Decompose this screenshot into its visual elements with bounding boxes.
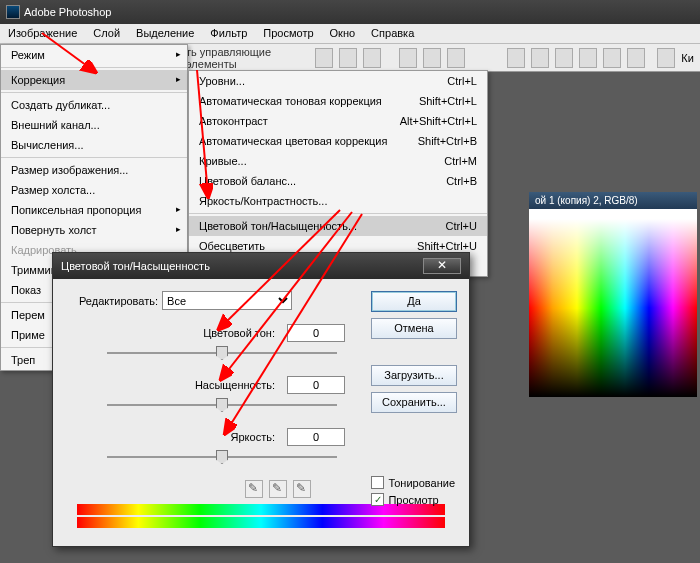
menu-help[interactable]: Справка <box>363 24 422 43</box>
slider-thumb[interactable] <box>216 450 228 464</box>
align-button[interactable] <box>399 48 417 68</box>
distribute-button[interactable] <box>627 48 645 68</box>
menu-item[interactable]: Попиксельная пропорция <box>1 200 187 220</box>
menu-item[interactable]: Размер холста... <box>1 180 187 200</box>
align-button[interactable] <box>423 48 441 68</box>
menu-item[interactable]: Повернуть холст <box>1 220 187 240</box>
submenu-item[interactable]: Автоматическая цветовая коррекцияShift+C… <box>189 131 487 151</box>
slider-label: Яркость: <box>231 431 275 443</box>
slider-track[interactable] <box>107 450 337 464</box>
menu-layer[interactable]: Слой <box>85 24 128 43</box>
slider-label: Насыщенность: <box>195 379 275 391</box>
submenu-item[interactable]: АвтоконтрастAlt+Shift+Ctrl+L <box>189 111 487 131</box>
menu-item[interactable]: Вычисления... <box>1 135 187 155</box>
palette-button[interactable] <box>657 48 675 68</box>
slider-track[interactable] <box>107 398 337 412</box>
options-trailing: Ки <box>681 52 694 64</box>
menu-bar: Изображение Слой Выделение Фильтр Просмо… <box>0 24 700 44</box>
correction-submenu-dropdown: Уровни...Ctrl+LАвтоматическая тоновая ко… <box>188 70 488 277</box>
slider-thumb[interactable] <box>216 398 228 412</box>
preview-checkbox[interactable]: ✓ <box>371 493 384 506</box>
menu-item[interactable]: Размер изображения... <box>1 160 187 180</box>
document-canvas <box>529 209 697 397</box>
distribute-button[interactable] <box>531 48 549 68</box>
close-icon[interactable]: ✕ <box>423 258 461 274</box>
submenu-item[interactable]: Цветовой баланс...Ctrl+B <box>189 171 487 191</box>
align-button[interactable] <box>363 48 381 68</box>
edit-select[interactable]: Все <box>162 291 292 310</box>
cancel-button[interactable]: Отмена <box>371 318 457 339</box>
menu-view[interactable]: Просмотр <box>255 24 321 43</box>
menu-window[interactable]: Окно <box>322 24 364 43</box>
submenu-item[interactable]: Яркость/Контрастность... <box>189 191 487 211</box>
edit-label: Редактировать: <box>79 295 158 307</box>
hue-strip-bottom <box>77 517 445 528</box>
spectrum-image <box>529 219 697 397</box>
eyedropper-add-icon[interactable] <box>269 480 287 498</box>
eyedropper-icon[interactable] <box>245 480 263 498</box>
slider-thumb[interactable] <box>216 346 228 360</box>
document-title[interactable]: ой 1 (копия) 2, RGB/8) <box>529 192 697 209</box>
menu-select[interactable]: Выделение <box>128 24 202 43</box>
save-button[interactable]: Сохранить... <box>371 392 457 413</box>
align-button[interactable] <box>447 48 465 68</box>
menu-filter[interactable]: Фильтр <box>202 24 255 43</box>
menu-item[interactable]: Коррекция <box>1 70 187 90</box>
slider-value[interactable]: 0 <box>287 324 345 342</box>
distribute-button[interactable] <box>579 48 597 68</box>
dialog-title: Цветовой тон/Насыщенность <box>61 260 210 272</box>
app-title: Adobe Photoshop <box>24 6 111 18</box>
menu-item[interactable]: Режим <box>1 45 187 65</box>
distribute-button[interactable] <box>603 48 621 68</box>
hue-saturation-dialog: Цветовой тон/Насыщенность ✕ Редактироват… <box>52 252 470 547</box>
slider-value[interactable]: 0 <box>287 428 345 446</box>
slider-track[interactable] <box>107 346 337 360</box>
slider-value[interactable]: 0 <box>287 376 345 394</box>
ok-button[interactable]: Да <box>371 291 457 312</box>
align-button[interactable] <box>315 48 333 68</box>
eyedropper-subtract-icon[interactable] <box>293 480 311 498</box>
distribute-button[interactable] <box>507 48 525 68</box>
distribute-button[interactable] <box>555 48 573 68</box>
menu-image[interactable]: Изображение <box>0 24 85 43</box>
align-button[interactable] <box>339 48 357 68</box>
submenu-item[interactable]: Автоматическая тоновая коррекцияShift+Ct… <box>189 91 487 111</box>
colorize-checkbox[interactable] <box>371 476 384 489</box>
submenu-item[interactable]: Уровни...Ctrl+L <box>189 71 487 91</box>
document-window: ой 1 (копия) 2, RGB/8) <box>529 192 697 397</box>
load-button[interactable]: Загрузить... <box>371 365 457 386</box>
preview-label: Просмотр <box>388 494 438 506</box>
colorize-label: Тонирование <box>388 477 455 489</box>
options-label: ть управляющие элементы <box>186 46 297 70</box>
submenu-item[interactable]: Кривые...Ctrl+M <box>189 151 487 171</box>
menu-item[interactable]: Внешний канал... <box>1 115 187 135</box>
submenu-item[interactable]: Цветовой тон/Насыщенность...Ctrl+U <box>189 216 487 236</box>
dialog-titlebar[interactable]: Цветовой тон/Насыщенность ✕ <box>53 253 469 279</box>
title-bar: Adobe Photoshop <box>0 0 700 24</box>
menu-item[interactable]: Создать дубликат... <box>1 95 187 115</box>
app-logo-icon <box>6 5 20 19</box>
slider-label: Цветовой тон: <box>203 327 275 339</box>
